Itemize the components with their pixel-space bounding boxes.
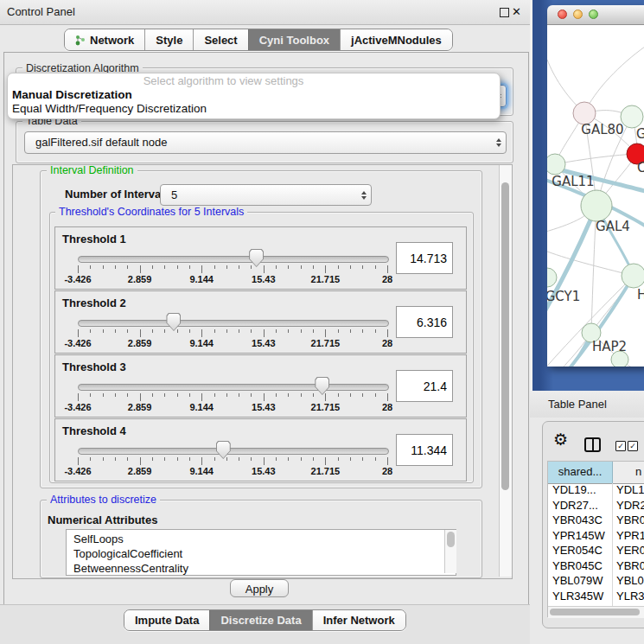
apply-button[interactable]: Apply: [230, 579, 289, 597]
list-item[interactable]: SelfLoops: [67, 530, 456, 546]
threshold-panel-3: Threshold 3 -3.426 2.859 9.144 15.43 21.…: [54, 354, 467, 418]
tab-impute-data[interactable]: Impute Data: [124, 610, 209, 630]
control-panel-titlebar: Control Panel ✕: [0, 0, 530, 25]
dropdown-prompt: Select algorithm to view settings: [8, 73, 500, 88]
slider-tick-labels: -3.426 2.859 9.144 15.43 21.715 28: [78, 466, 387, 476]
node-label: GAL11: [552, 174, 594, 189]
tick-label: 9.144: [189, 466, 214, 476]
network-graph: GAL80 GA C GAL11 GAL4 GCY1 H HAP2: [547, 25, 644, 367]
network-canvas[interactable]: GAL80 GA C GAL11 GAL4 GCY1 H HAP2: [547, 25, 644, 367]
table-panel-titlebar: Table Panel: [530, 391, 644, 418]
tick-label: -3.426: [64, 338, 91, 348]
threshold-label: Threshold 3: [62, 360, 126, 373]
node-label: GCY1: [547, 289, 580, 304]
numerical-attributes-list: SelfLoops TopologicalCoefficient Between…: [66, 529, 456, 576]
tick-label: 15.43: [252, 274, 276, 284]
table-header: shared... n: [548, 462, 644, 484]
threshold-value-field[interactable]: [396, 242, 453, 274]
tick-label: 21.715: [311, 402, 341, 412]
table-row[interactable]: YER054CYER0: [548, 544, 644, 559]
attributes-group-title: Attributes to discretize: [47, 494, 160, 506]
tick-label: 15.43: [252, 466, 276, 476]
slider-track[interactable]: [78, 320, 389, 327]
slider-ticks: [78, 393, 387, 402]
node-green-gal4[interactable]: [581, 190, 612, 221]
slider-thumb[interactable]: [216, 441, 231, 459]
node-green[interactable]: [547, 154, 565, 175]
node-green[interactable]: [547, 268, 557, 287]
dropdown-item-equal-width-frequency[interactable]: Equal Width/Frequency Discretization: [8, 102, 500, 116]
threshold-panel-2: Threshold 2 -3.426 2.859 9.144 15.43 21.…: [54, 290, 467, 354]
threshold-panel-4: Threshold 4 -3.426 2.859 9.144 15.43 21.…: [54, 418, 467, 481]
list-item[interactable]: BetweennessCentrality: [67, 561, 456, 576]
node-green[interactable]: [622, 264, 644, 288]
table-row[interactable]: YLR345WYLR3: [548, 590, 644, 605]
tab-style[interactable]: Style: [144, 29, 193, 50]
table-row[interactable]: YBR043CYBR0: [548, 513, 644, 529]
node-label: GAL80: [581, 122, 623, 137]
threshold-label: Threshold 4: [62, 424, 126, 437]
minimize-traffic-light-icon[interactable]: [573, 10, 583, 19]
node-green[interactable]: [621, 105, 643, 128]
slider-tick-labels: -3.426 2.859 9.144 15.43 21.715 28: [78, 338, 387, 348]
close-icon[interactable]: ✕: [512, 5, 521, 19]
slider-thumb[interactable]: [315, 377, 329, 395]
vertical-scrollbar[interactable]: [499, 165, 512, 577]
table-panel-box: ⚙ ✓ ✓ shared... n YDL19...YDL1 YDR27...Y…: [542, 421, 644, 628]
tab-network[interactable]: Network: [65, 29, 144, 50]
close-traffic-light-icon[interactable]: [558, 10, 567, 19]
split-columns-icon[interactable]: [584, 437, 601, 452]
scrollbar-thumb[interactable]: [447, 532, 455, 547]
select-none-checkbox-icon[interactable]: ✓: [628, 441, 638, 451]
threshold-value-field[interactable]: [396, 306, 453, 338]
table-data-combobox[interactable]: galFiltered.sif default node: [24, 131, 507, 154]
tab-discretize-data[interactable]: Discretize Data: [209, 610, 311, 630]
tick-label: 2.859: [128, 402, 152, 412]
table-row[interactable]: YBR045CYBR0: [548, 559, 644, 575]
tick-label: 9.144: [189, 338, 214, 348]
slider-thumb[interactable]: [249, 249, 264, 267]
tab-jactivemnodules[interactable]: jActiveMNodules: [340, 29, 452, 50]
tab-cyni-toolbox[interactable]: Cyni Toolbox: [248, 29, 340, 50]
float-window-icon[interactable]: [500, 8, 509, 17]
column-header-shared-name[interactable]: shared...: [548, 462, 613, 483]
table-row[interactable]: YDL19...YDL1: [548, 483, 644, 499]
zoom-traffic-light-icon[interactable]: [589, 10, 598, 19]
threshold-label: Threshold 2: [62, 296, 126, 309]
tick-label: 15.43: [252, 402, 276, 412]
slider-track[interactable]: [78, 384, 389, 391]
list-scrollbar[interactable]: [444, 530, 456, 573]
list-item[interactable]: TopologicalCoefficient: [67, 546, 456, 561]
table-row[interactable]: YDR27...YDR2: [548, 499, 644, 514]
node-label: C: [637, 160, 644, 175]
tick-label: 28: [382, 338, 392, 348]
dropdown-item-manual-discretization[interactable]: Manual Discretization: [8, 88, 500, 102]
scrollbar-thumb[interactable]: [501, 182, 509, 490]
table-panel-title: Table Panel: [548, 391, 607, 418]
tick-label: 21.715: [311, 274, 341, 284]
table-row[interactable]: YBL079WYBL0: [548, 574, 644, 590]
threshold-value-field[interactable]: [396, 370, 453, 402]
gear-icon[interactable]: ⚙: [553, 431, 568, 448]
select-all-checkbox-icon[interactable]: ✓: [615, 441, 626, 451]
table-row[interactable]: YPR145WYPR1: [548, 529, 644, 545]
number-of-intervals-label: Number of Intervals: [65, 188, 170, 201]
network-window-titlebar[interactable]: [547, 5, 644, 25]
slider-track[interactable]: [78, 448, 389, 455]
tick-label: -3.426: [64, 466, 91, 476]
tab-infer-network[interactable]: Infer Network: [312, 610, 405, 630]
numerical-attributes-label: Numerical Attributes: [48, 513, 157, 526]
tick-label: 28: [382, 274, 392, 284]
thresholds-group-title: Threshold's Coordinates for 5 Intervals: [55, 207, 247, 218]
network-icon: [75, 35, 86, 46]
tick-label: 9.144: [189, 402, 214, 412]
slider-track[interactable]: [78, 256, 389, 263]
scrollbar-thumb[interactable]: [550, 609, 640, 615]
slider-thumb[interactable]: [166, 313, 181, 331]
tab-select[interactable]: Select: [193, 29, 247, 50]
table-rows: YDL19...YDL1 YDR27...YDR2 YBR043CYBR0 YP…: [548, 483, 644, 606]
column-header-name[interactable]: n: [613, 462, 644, 483]
horizontal-scrollbar[interactable]: [548, 606, 644, 618]
threshold-value-field[interactable]: [396, 434, 453, 466]
number-of-intervals-combobox[interactable]: 5: [160, 184, 372, 206]
